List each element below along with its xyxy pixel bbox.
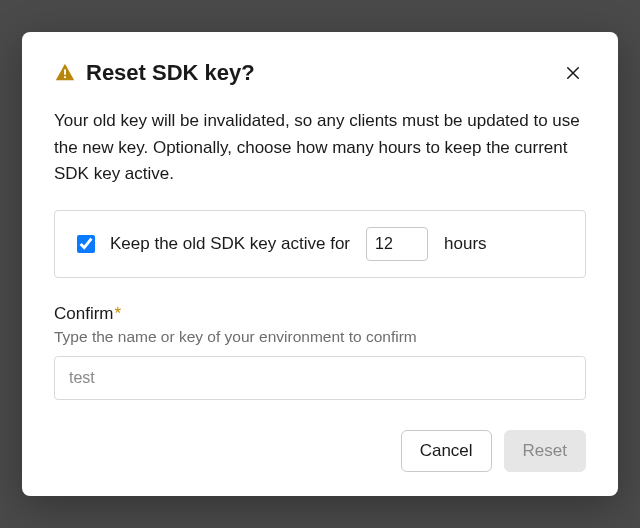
close-button[interactable] bbox=[560, 60, 586, 86]
confirm-section: Confirm* Type the name or key of your en… bbox=[54, 304, 586, 400]
warning-icon bbox=[54, 62, 76, 84]
required-asterisk: * bbox=[115, 304, 122, 323]
keep-key-active-option: Keep the old SDK key active for hours bbox=[54, 210, 586, 278]
keep-key-active-checkbox[interactable] bbox=[77, 235, 95, 253]
modal-backdrop: Reset SDK key? Your old key will be inva… bbox=[0, 0, 640, 528]
dialog-footer: Cancel Reset bbox=[54, 430, 586, 472]
svg-rect-1 bbox=[64, 77, 66, 79]
confirm-input[interactable] bbox=[54, 356, 586, 400]
confirm-help-text: Type the name or key of your environment… bbox=[54, 328, 586, 346]
cancel-button[interactable]: Cancel bbox=[401, 430, 492, 472]
close-icon bbox=[564, 70, 582, 85]
reset-button[interactable]: Reset bbox=[504, 430, 586, 472]
reset-sdk-dialog: Reset SDK key? Your old key will be inva… bbox=[22, 32, 618, 495]
hours-input[interactable] bbox=[366, 227, 428, 261]
keep-key-label-after: hours bbox=[444, 234, 487, 254]
confirm-label: Confirm* bbox=[54, 304, 586, 324]
svg-rect-0 bbox=[64, 70, 66, 76]
dialog-body-text: Your old key will be invalidated, so any… bbox=[54, 108, 586, 187]
confirm-label-text: Confirm bbox=[54, 304, 114, 323]
dialog-title: Reset SDK key? bbox=[86, 60, 255, 86]
title-wrap: Reset SDK key? bbox=[54, 60, 255, 86]
keep-key-label-before: Keep the old SDK key active for bbox=[110, 234, 350, 254]
dialog-header: Reset SDK key? bbox=[54, 60, 586, 86]
